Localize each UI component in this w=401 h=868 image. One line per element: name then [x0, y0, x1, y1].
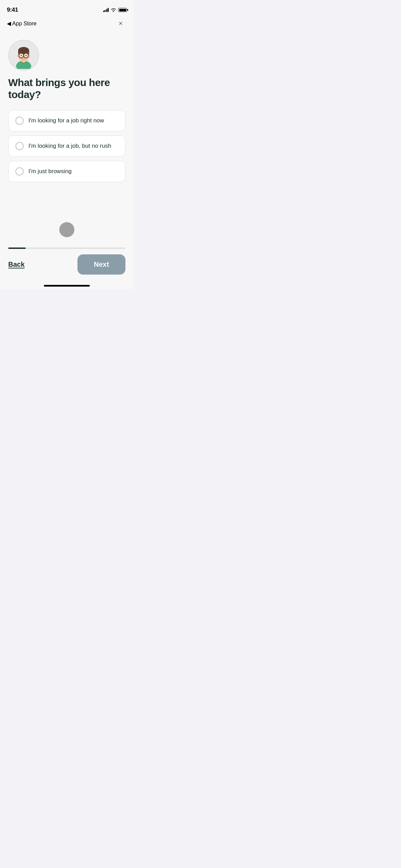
wifi-icon: [111, 8, 116, 12]
home-indicator: [0, 285, 134, 289]
battery-icon: [118, 8, 127, 12]
signal-bars-icon: [103, 8, 109, 12]
status-time: 9:41: [7, 7, 18, 13]
next-button[interactable]: Next: [77, 254, 125, 275]
progress-area: [0, 212, 134, 248]
option-label-3: I'm just browsing: [28, 168, 72, 175]
svg-point-16: [25, 55, 27, 56]
screen: 9:41 ◀ App Store ×: [0, 0, 134, 289]
option-label-2: I'm looking for a job, but no rush: [28, 142, 111, 150]
radio-circle-2: [15, 142, 24, 150]
progress-dot: [59, 222, 74, 237]
option-item-2[interactable]: I'm looking for a job, but no rush: [8, 135, 125, 157]
app-store-back[interactable]: ◀ App Store: [7, 20, 37, 27]
option-item-3[interactable]: I'm just browsing: [8, 161, 125, 182]
avatar-container: [8, 40, 125, 71]
progress-bar-fill: [8, 248, 26, 249]
svg-point-4: [18, 47, 29, 54]
app-store-nav: ◀ App Store ×: [0, 15, 134, 33]
home-bar: [44, 285, 90, 287]
status-icons: [103, 8, 127, 12]
bottom-nav: Back Next: [0, 248, 134, 285]
avatar-image: [10, 41, 37, 69]
option-item-1[interactable]: I'm looking for a job right now: [8, 110, 125, 131]
main-content: What brings you here today? I'm looking …: [0, 33, 134, 212]
close-button[interactable]: ×: [114, 17, 127, 29]
progress-bar: [8, 248, 125, 249]
nav-buttons: Back Next: [8, 254, 125, 275]
radio-circle-3: [15, 167, 24, 176]
radio-circle-1: [15, 117, 24, 125]
content-wrapper: What brings you here today? I'm looking …: [0, 33, 134, 289]
status-bar: 9:41: [0, 0, 134, 15]
question-title: What brings you here today?: [8, 77, 125, 100]
back-button[interactable]: Back: [8, 261, 25, 268]
options-list: I'm looking for a job right now I'm look…: [8, 110, 125, 182]
svg-point-15: [21, 55, 22, 56]
option-label-1: I'm looking for a job right now: [28, 117, 104, 124]
avatar: [8, 40, 39, 71]
